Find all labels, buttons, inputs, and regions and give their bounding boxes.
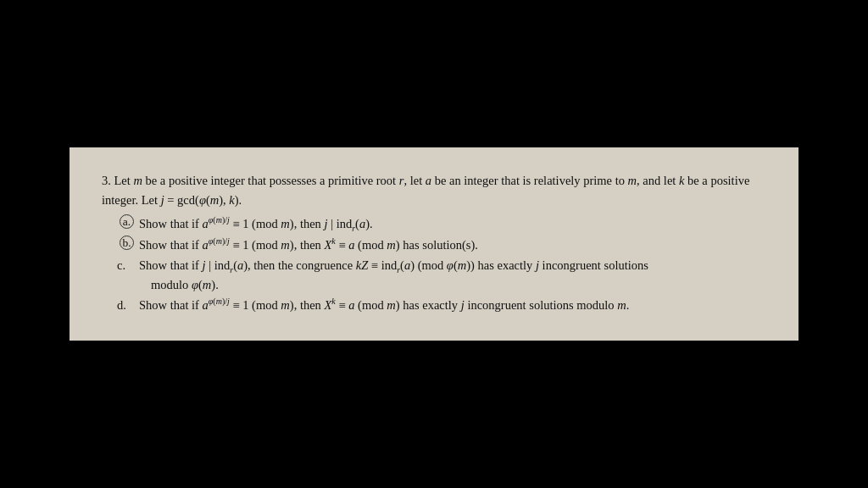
circle-b: b. xyxy=(120,236,134,250)
item-a-content: Show that if aφ(m)/j ≡ 1 (mod m), then j… xyxy=(139,214,766,233)
item-b: b. Show that if aφ(m)/j ≡ 1 (mod m), the… xyxy=(117,236,766,254)
item-c-label: c. xyxy=(117,256,139,274)
problem-number: 3. xyxy=(102,174,114,187)
item-d: d. Show that if aφ(m)/j ≡ 1 (mod m), the… xyxy=(117,296,766,314)
item-d-content: Show that if aφ(m)/j ≡ 1 (mod m), then X… xyxy=(139,296,766,314)
item-b-content: Show that if aφ(m)/j ≡ 1 (mod m), then X… xyxy=(139,236,766,254)
problem-text: Let m be a positive integer that possess… xyxy=(102,174,749,206)
item-a-label: a. xyxy=(117,214,139,229)
problem-header: 3. Let m be a positive integer that poss… xyxy=(102,171,766,209)
item-b-label: b. xyxy=(117,236,139,250)
item-c: c. Show that if j | indr(a), then the co… xyxy=(117,256,766,294)
item-a: a. Show that if aφ(m)/j ≡ 1 (mod m), the… xyxy=(117,214,766,233)
problem-body: 3. Let m be a positive integer that poss… xyxy=(102,171,766,314)
item-c-content: Show that if j | indr(a), then the congr… xyxy=(139,256,766,294)
item-d-label: d. xyxy=(117,296,139,314)
item-c-continuation: modulo φ(m). xyxy=(151,278,219,291)
problem-items: a. Show that if aφ(m)/j ≡ 1 (mod m), the… xyxy=(117,214,766,314)
page-content: 3. Let m be a positive integer that poss… xyxy=(70,147,798,340)
circle-a: a. xyxy=(120,214,134,229)
